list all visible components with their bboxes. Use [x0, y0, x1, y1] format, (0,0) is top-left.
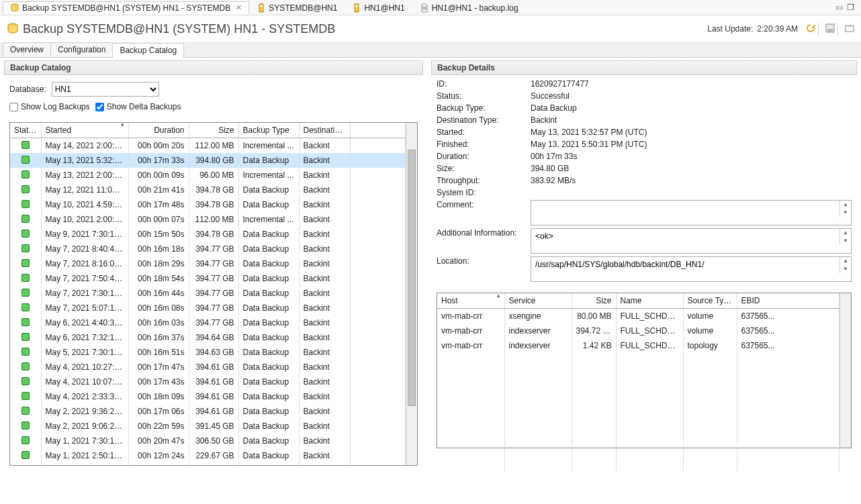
open-icon[interactable]: [845, 23, 854, 35]
size-label: Size:: [437, 164, 524, 173]
table-row-empty: [437, 442, 840, 456]
table-row[interactable]: May 1, 2021 4:16:24 ...00h 11m 48s135.56…: [10, 463, 406, 465]
table-row-empty: [437, 427, 840, 442]
editor-tabs: Backup SYSTEMDB@HN1 (SYSTEM) HN1 - SYSTE…: [0, 0, 861, 15]
col-header[interactable]: Size: [189, 123, 238, 138]
col-header[interactable]: Started▾: [41, 123, 128, 138]
table-row[interactable]: May 6, 2021 4:40:30 ...00h 16m 03s394.77…: [10, 315, 406, 330]
table-row[interactable]: May 13, 2021 2:00:13...00h 00m 09s96.00 …: [10, 168, 406, 183]
database-label: Database:: [9, 85, 46, 94]
status-success-icon: [21, 230, 30, 238]
spin-up-icon[interactable]: ▲: [840, 229, 851, 237]
editor-tab[interactable]: Backup SYSTEMDB@HN1 (SYSTEM) HN1 - SYSTE…: [3, 1, 249, 14]
status-success-icon: [21, 421, 30, 430]
editor-tab[interactable]: HN1@HN1: [345, 1, 412, 14]
editor-tab[interactable]: SYSTEMDB@HN1: [249, 1, 345, 14]
location-input[interactable]: /usr/sap/HN1/SYS/global/hdb/backint/DB_H…: [531, 256, 852, 282]
col-header[interactable]: Host▴: [437, 293, 504, 309]
duration-value: 00h 17m 33s: [531, 152, 852, 161]
col-header[interactable]: Size: [572, 293, 616, 309]
col-header[interactable]: Source Type: [683, 293, 737, 309]
refresh-icon[interactable]: [806, 23, 815, 35]
table-row[interactable]: May 10, 2021 4:59:10...00h 17m 48s394.78…: [10, 197, 406, 212]
editor-tab-label: HN1@HN1: [364, 3, 404, 13]
tab-configuration[interactable]: Configuration: [50, 42, 113, 57]
status-success-icon: [21, 141, 30, 149]
status-value: Successful: [531, 91, 852, 101]
catalog-scrollbar[interactable]: [406, 123, 417, 465]
status-success-icon: [21, 274, 30, 282]
save-icon[interactable]: [825, 23, 835, 35]
table-row[interactable]: May 5, 2021 7:30:13 ...00h 16m 51s394.63…: [10, 345, 406, 360]
svg-rect-3: [355, 4, 359, 12]
spin-down-icon[interactable]: ▼: [840, 237, 851, 245]
spin-down-icon[interactable]: ▼: [840, 265, 851, 273]
col-header[interactable]: EBID: [737, 293, 840, 309]
table-row[interactable]: May 10, 2021 2:00:14...00h 00m 07s112.00…: [10, 212, 406, 227]
system-icon: [257, 3, 266, 13]
table-row[interactable]: May 2, 2021 9:36:20 ...00h 17m 06s394.61…: [10, 404, 406, 419]
backup-type-label: Backup Type:: [437, 103, 524, 113]
tab-overview[interactable]: Overview: [3, 42, 51, 57]
divider: [837, 23, 838, 35]
show-log-backups-checkbox[interactable]: Show Log Backups: [9, 102, 90, 111]
catalog-table[interactable]: StatusStarted▾DurationSizeBackup TypeDes…: [10, 123, 406, 465]
table-row[interactable]: May 4, 2021 10:07:13...00h 17m 43s394.61…: [10, 374, 406, 389]
comment-label: Comment:: [437, 200, 524, 209]
editor-tab-label: Backup SYSTEMDB@HN1 (SYSTEM) HN1 - SYSTE…: [22, 3, 230, 13]
table-row[interactable]: May 2, 2021 9:06:25 ...00h 22m 59s391.45…: [10, 419, 406, 434]
system-icon: [352, 3, 361, 13]
maximize-icon[interactable]: ❐: [847, 3, 854, 12]
col-header[interactable]: Service: [504, 293, 572, 309]
spin-up-icon[interactable]: ▲: [840, 201, 851, 209]
table-row[interactable]: May 7, 2021 7:30:13 ...00h 16m 44s394.77…: [10, 286, 406, 301]
editor-tab[interactable]: HN1@HN1 - backup.log: [412, 1, 526, 14]
database-select[interactable]: HN1: [52, 82, 159, 97]
status-success-icon: [21, 377, 30, 385]
last-update-label: Last Update:: [707, 24, 753, 34]
table-row[interactable]: May 13, 2021 5:32:57...00h 17m 33s394.80…: [10, 153, 406, 168]
hosts-table[interactable]: Host▴ServiceSizeNameSource TypeEBID vm-m…: [437, 293, 840, 471]
col-header[interactable]: Destination...: [299, 123, 350, 138]
table-row[interactable]: May 12, 2021 11:09:5...00h 21m 41s394.78…: [10, 183, 406, 197]
table-row[interactable]: May 7, 2021 5:07:14 ...00h 16m 08s394.77…: [10, 301, 406, 315]
table-row[interactable]: vm-mab-crrindexserver394.72 GBFULL_SCHD_…: [437, 323, 840, 338]
comment-input[interactable]: ▲▼: [531, 200, 852, 225]
table-row[interactable]: May 7, 2021 8:40:47 ...00h 16m 18s394.77…: [10, 242, 406, 256]
dest-type-value: Backint: [531, 115, 852, 125]
col-header[interactable]: Status: [10, 123, 41, 138]
svg-rect-4: [355, 5, 358, 7]
spin-down-icon[interactable]: ▼: [840, 209, 851, 217]
table-row[interactable]: May 1, 2021 7:30:14 ...00h 20m 47s306.50…: [10, 434, 406, 448]
col-header[interactable]: Backup Type: [238, 123, 299, 138]
status-success-icon: [21, 156, 30, 164]
status-success-icon: [21, 215, 30, 223]
tab-backup-catalog[interactable]: Backup Catalog: [112, 43, 184, 58]
show-delta-backups-checkbox[interactable]: Show Delta Backups: [95, 102, 181, 111]
table-row[interactable]: May 9, 2021 7:30:13 ...00h 15m 50s394.78…: [10, 227, 406, 242]
status-success-icon: [21, 244, 30, 252]
table-row[interactable]: vm-mab-crrxsengine80.00 MBFULL_SCHD_d...…: [437, 309, 840, 324]
table-row[interactable]: May 14, 2021 2:00:13...00h 00m 20s112.00…: [10, 138, 406, 154]
close-icon[interactable]: ✕: [236, 3, 242, 12]
status-success-icon: [21, 259, 30, 267]
id-value: 1620927177477: [531, 79, 852, 89]
table-row[interactable]: May 7, 2021 8:16:03 ...00h 18m 29s394.77…: [10, 256, 406, 271]
spin-up-icon[interactable]: ▲: [840, 257, 851, 265]
table-row[interactable]: May 4, 2021 2:33:39 ...00h 18m 09s394.61…: [10, 389, 406, 404]
hosts-scrollbar[interactable]: [840, 293, 851, 448]
table-row[interactable]: May 4, 2021 10:27:57...00h 17m 47s394.61…: [10, 360, 406, 374]
col-header[interactable]: Name: [616, 293, 683, 309]
status-success-icon: [21, 348, 30, 356]
col-header[interactable]: Duration: [128, 123, 189, 138]
table-row[interactable]: vm-mab-crrindexserver1.42 KBFULL_SCHD_d.…: [437, 338, 840, 353]
svg-rect-7: [827, 29, 833, 32]
table-row[interactable]: May 7, 2021 7:50:48 ...00h 18m 54s394.77…: [10, 271, 406, 286]
status-success-icon: [21, 200, 30, 208]
file-icon: [420, 3, 429, 13]
minimize-icon[interactable]: ▭: [835, 3, 843, 12]
table-row[interactable]: May 6, 2021 7:32:12 ...00h 16m 37s394.64…: [10, 330, 406, 345]
additional-input[interactable]: <ok>▲▼: [531, 228, 852, 254]
id-label: ID:: [437, 79, 524, 89]
table-row[interactable]: May 1, 2021 2:50:12 ...00h 12m 24s229.67…: [10, 448, 406, 463]
